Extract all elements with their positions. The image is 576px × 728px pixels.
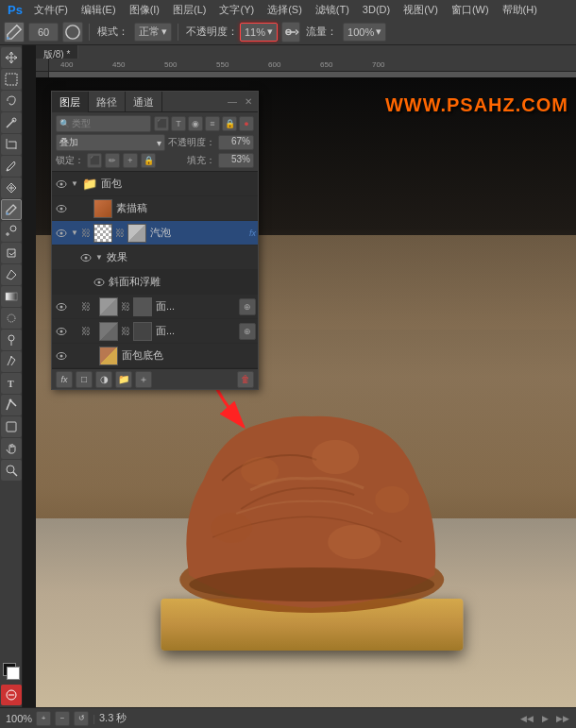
eye-bread-bg[interactable] — [54, 348, 69, 364]
menu-item-image[interactable]: 图像(I) — [124, 0, 165, 19]
lock-paint-btn[interactable]: ✏ — [105, 153, 120, 168]
expand-group-bread[interactable]: ▼ — [69, 177, 80, 192]
brush-shape-btn[interactable] — [62, 22, 83, 42]
rotate-view-btn[interactable]: ↺ — [74, 711, 89, 726]
filter-name-btn[interactable]: T — [171, 116, 186, 131]
path-select-tool[interactable] — [1, 395, 22, 415]
eye-effect-header[interactable] — [78, 250, 93, 265]
layer-item-effect-header[interactable]: ▼ 效果 — [52, 245, 258, 270]
panel-collapse-btn[interactable]: — — [226, 96, 239, 107]
link-face2[interactable]: ⛓ — [81, 326, 91, 336]
play-prev-btn[interactable]: ◀◀ — [519, 711, 534, 726]
menu-item-window[interactable]: 窗口(W) — [446, 0, 495, 19]
zoom-out-btn[interactable]: − — [55, 711, 70, 726]
menu-item-3d[interactable]: 3D(D) — [357, 0, 396, 19]
layer-item-bubble[interactable]: ▼ ⛓ ⛓ 汽泡 fx — [52, 221, 258, 245]
lock-transparent-btn[interactable]: ⬛ — [87, 153, 102, 168]
eyedropper-tool[interactable] — [1, 156, 22, 177]
add-fx-btn[interactable]: fx — [56, 371, 73, 388]
blur-tool[interactable] — [1, 308, 22, 329]
eye-group-bread[interactable] — [54, 177, 69, 192]
menu-item-help[interactable]: 帮助(H) — [497, 0, 543, 19]
layer-item-face2[interactable]: ⛓ ⛓ 面... ⊕ — [52, 319, 258, 344]
eye-bevel[interactable] — [92, 275, 107, 290]
eye-face2[interactable] — [54, 324, 69, 339]
eye-sketch[interactable] — [54, 201, 69, 216]
filter-kind-btn[interactable]: ⬛ — [154, 116, 169, 131]
layer-mask-icon-face1[interactable]: ⊕ — [239, 298, 256, 315]
crop-tool[interactable] — [1, 134, 22, 155]
delete-layer-btn[interactable]: 🗑 — [237, 371, 254, 388]
tab-channels[interactable]: 通道 — [126, 92, 162, 112]
menu-item-type[interactable]: 文字(Y) — [213, 0, 260, 19]
layer-item-bevel[interactable]: 斜面和浮雕 — [52, 270, 258, 295]
link2-face2[interactable]: ⛓ — [121, 326, 130, 336]
brush-tool-icon[interactable] — [4, 22, 25, 42]
create-group-btn[interactable]: 📁 — [115, 371, 132, 388]
layer-item-group-bread[interactable]: ▼ 📁 面包 — [52, 172, 258, 196]
opacity-value-layers[interactable]: 67% — [218, 135, 254, 150]
marquee-tool[interactable] — [1, 69, 22, 90]
eye-bubble[interactable] — [54, 226, 69, 241]
tab-layers[interactable]: 图层 — [52, 92, 89, 112]
link2-face1[interactable]: ⛓ — [121, 301, 130, 312]
eye-face1[interactable] — [54, 299, 69, 314]
panel-close-btn[interactable]: ✕ — [243, 96, 254, 107]
add-mask-btn[interactable]: □ — [76, 371, 93, 388]
filter-color-btn[interactable]: ● — [239, 116, 254, 131]
menu-item-select[interactable]: 选择(S) — [262, 0, 308, 19]
dodge-tool[interactable] — [1, 330, 22, 350]
link-bubble[interactable]: ⛓ — [81, 228, 91, 238]
brush-tool[interactable] — [1, 199, 22, 220]
hand-tool[interactable] — [1, 438, 22, 459]
play-btn[interactable]: ▶ — [537, 711, 552, 726]
svg-point-27 — [328, 525, 381, 559]
layer-filter-input[interactable]: 🔍 类型 — [56, 115, 151, 132]
lock-all-btn[interactable]: 🔒 — [141, 153, 156, 168]
lasso-tool[interactable] — [1, 91, 22, 111]
clone-stamp-tool[interactable] — [1, 221, 22, 242]
eraser-tool[interactable] — [1, 264, 22, 285]
move-tool[interactable] — [1, 47, 22, 68]
menu-item-filter[interactable]: 滤镜(T) — [310, 0, 355, 19]
airbrush-btn[interactable] — [281, 22, 300, 42]
shape-tool[interactable] — [1, 416, 22, 437]
menu-item-layer[interactable]: 图层(L) — [167, 0, 212, 19]
create-adjustment-btn[interactable]: ◑ — [95, 371, 112, 388]
color-swatches[interactable] — [1, 661, 22, 682]
quick-mask-btn[interactable] — [1, 685, 22, 705]
layer-item-sketch[interactable]: 素描稿 — [52, 196, 258, 221]
brush-size-input[interactable]: 60 — [28, 23, 59, 42]
pen-tool[interactable] — [1, 351, 22, 372]
expand-bubble[interactable]: ▼ — [69, 226, 80, 241]
zoom-tool[interactable] — [1, 460, 22, 481]
play-next-btn[interactable]: ▶▶ — [555, 711, 570, 726]
magic-wand-tool[interactable] — [1, 112, 22, 133]
fill-value[interactable]: 53% — [218, 153, 254, 168]
mode-dropdown[interactable]: 正常 ▾ — [134, 23, 172, 42]
menu-item-edit[interactable]: 编辑(E) — [76, 0, 122, 19]
toolbar-separator-1 — [89, 24, 90, 41]
filter-mode-btn[interactable]: ≡ — [205, 116, 220, 131]
link2-bubble[interactable]: ⛓ — [115, 228, 125, 238]
expand-effect[interactable]: ▼ — [93, 250, 105, 265]
flow-input[interactable]: 100% ▾ — [343, 23, 386, 42]
menu-item-view[interactable]: 视图(V) — [398, 0, 444, 19]
healing-brush-tool[interactable] — [1, 178, 22, 198]
filter-attr-btn[interactable]: 🔒 — [222, 116, 237, 131]
tab-paths[interactable]: 路径 — [89, 92, 126, 112]
lock-position-btn[interactable]: + — [123, 153, 138, 168]
gradient-tool[interactable] — [1, 286, 22, 307]
create-layer-btn[interactable]: ＋ — [135, 371, 152, 388]
history-brush-tool[interactable] — [1, 243, 22, 263]
layer-item-bread-bg[interactable]: 面包底色 — [52, 344, 258, 368]
layer-mask-icon-face2[interactable]: ⊕ — [239, 323, 256, 340]
filter-effect-btn[interactable]: ◉ — [188, 116, 203, 131]
text-tool[interactable]: T — [1, 373, 22, 394]
link-face1[interactable]: ⛓ — [81, 301, 91, 312]
zoom-in-btn[interactable]: + — [36, 711, 51, 726]
layer-item-face1[interactable]: ⛓ ⛓ 面... ⊕ — [52, 295, 258, 319]
opacity-input[interactable]: 11% ▾ — [240, 23, 278, 42]
menu-item-file[interactable]: 文件(F) — [28, 0, 74, 19]
blend-mode-select[interactable]: 叠加 ▾ — [56, 134, 165, 151]
